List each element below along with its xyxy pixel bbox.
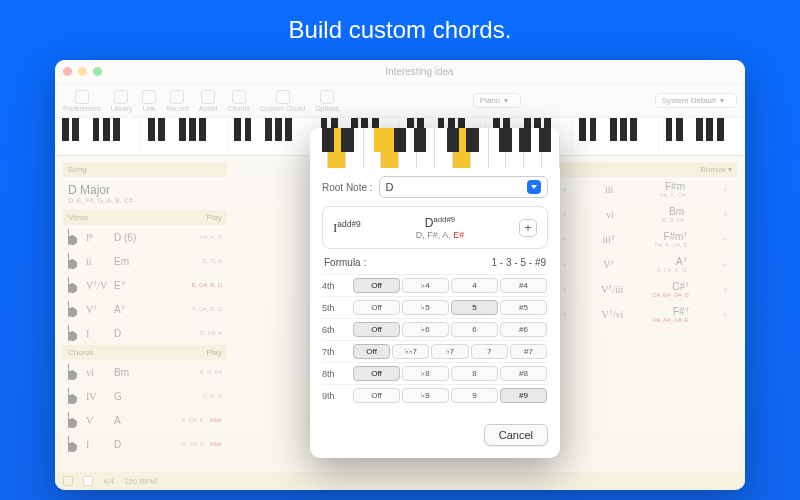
interval-option[interactable]: ♭9 [402,388,449,403]
add-chord-button[interactable]: + [519,219,537,237]
interval-segmented[interactable]: Off♭44#4 [352,278,548,293]
chord-notes: A, C#, E, G [192,306,222,312]
chord-row[interactable]: I D D, F#, A [63,321,227,345]
custom-chord-modal: Root Note : D Iadd#9 Dadd#9 D, F#, A, E#… [310,128,560,458]
note-icon [68,436,80,452]
add-icon[interactable]: + [718,285,732,295]
chord-row[interactable]: V⁷ A⁷ A, C#, E, G [63,297,227,321]
interval-option[interactable]: 9 [451,388,498,403]
interval-option[interactable]: 7 [471,344,508,359]
play-button[interactable] [83,476,93,486]
song-header: Song [63,162,227,177]
suggestion-row[interactable]: + iii F#m F#, A, C# + [553,177,737,202]
add-icon[interactable]: + [558,285,572,295]
add-icon[interactable]: + [718,235,732,245]
interval-option[interactable]: ♭6 [402,322,449,337]
add-icon[interactable]: + [718,185,732,195]
interval-option[interactable]: #7 [510,344,547,359]
alter-badge[interactable]: Alter [210,417,222,423]
interval-label: 4th [322,281,352,291]
tempo[interactable]: 120 BPM [124,477,157,486]
chord-row[interactable]: I⁶ D (6) F#, A, D [63,225,227,249]
suggestion-row[interactable]: + V⁷/vi F#⁷ F#, A#, C#, E + [553,302,737,327]
interval-option[interactable]: ♭5 [402,300,449,315]
interval-option[interactable]: 5 [451,300,498,315]
chorus-header: ChorusPlay [63,345,227,360]
toolbar-custom-chord[interactable]: Custom Chord [260,90,305,112]
toolbar-assist[interactable]: Assist [199,90,218,112]
note-icon [68,229,80,245]
add-icon[interactable]: + [558,210,572,220]
chord-row[interactable]: IV G G, B, D [63,384,227,408]
interval-option[interactable]: 4 [451,278,498,293]
modal-piano[interactable] [310,128,560,168]
interval-label: 7th [322,347,352,357]
chord-row[interactable]: I D D, F#, A Alter [63,432,227,456]
interval-option[interactable]: 8 [451,366,498,381]
chord-label: D [114,439,176,450]
interval-option[interactable]: #6 [500,322,547,337]
close-icon[interactable] [63,67,72,76]
chord-row[interactable]: ii Em E, G, B [63,249,227,273]
add-icon[interactable]: + [558,260,572,270]
chord-notes: A, C#, E [181,417,203,423]
toolbar-preferences[interactable]: Preferences [63,90,101,112]
suggestion-row[interactable]: + V⁷/iii C#⁷ C#, E#, G#, B + [553,277,737,302]
add-icon[interactable]: + [558,310,572,320]
toolbar-record[interactable]: Record [166,90,189,112]
cancel-button[interactable]: Cancel [484,424,548,446]
zoom-icon[interactable] [93,67,102,76]
add-icon[interactable]: + [558,235,572,245]
interval-option[interactable]: ♭4 [402,278,449,293]
root-note-select[interactable]: D [379,176,548,198]
suggestion-row[interactable]: + iii⁷ F#m⁷ F#, A, C#, E + [553,227,737,252]
interval-segmented[interactable]: Off♭55#5 [352,300,548,315]
instrument-select[interactable]: Piano▾ [473,93,521,108]
transport-bar: 4/4 120 BPM [55,472,745,490]
interval-option[interactable]: Off [353,278,400,293]
interval-option[interactable]: Off [353,366,400,381]
chord-label: C#⁷ [672,281,689,292]
interval-option[interactable]: Off [353,388,400,403]
interval-option[interactable]: #4 [500,278,547,293]
roman-numeral: V [86,415,108,426]
time-signature[interactable]: 4/4 [103,477,114,486]
interval-option[interactable]: Off [353,344,390,359]
interval-option[interactable]: #8 [500,366,547,381]
rewind-button[interactable] [63,476,73,486]
interval-option[interactable]: ♭8 [402,366,449,381]
interval-option[interactable]: ♭♭7 [392,344,429,359]
interval-option[interactable]: Off [353,322,400,337]
interval-segmented[interactable]: Off♭♭7♭77#7 [352,344,548,359]
chord-row[interactable]: V⁷/V E⁷ E, G#, B, D [63,273,227,297]
suggestion-row[interactable]: + vi Bm B, D, F# + [553,202,737,227]
interval-option[interactable]: #9 [500,388,547,403]
roman-numeral: vi [606,209,628,220]
add-icon[interactable]: + [718,210,732,220]
add-icon[interactable]: + [558,185,572,195]
chord-row[interactable]: vi Bm B, D, F# [63,360,227,384]
audio-output-select[interactable]: System Default▾ [655,93,737,108]
suggestion-row[interactable]: + V⁷ A⁷ A, C#, E, G + [553,252,737,277]
chord-label: D [114,328,194,339]
chord-label: G [114,391,196,402]
interval-option[interactable]: #5 [500,300,547,315]
toolbar-chords[interactable]: Chords [227,90,250,112]
add-icon[interactable]: + [718,260,732,270]
interval-option[interactable]: 6 [451,322,498,337]
alter-badge[interactable]: Alter [210,441,222,447]
chord-row[interactable]: V A A, C#, E Alter [63,408,227,432]
interval-segmented[interactable]: Off♭99#9 [352,388,548,403]
minimize-icon[interactable] [78,67,87,76]
add-icon[interactable]: + [718,310,732,320]
interval-segmented[interactable]: Off♭88#8 [352,366,548,381]
note-icon [68,412,80,428]
chord-notes: F#, A, C#, E [655,242,687,248]
toolbar-link[interactable]: Link [142,90,156,112]
interval-option[interactable]: ♭7 [431,344,468,359]
toolbar-library[interactable]: Library [111,90,132,112]
interval-option[interactable]: Off [353,300,400,315]
interval-segmented[interactable]: Off♭66#6 [352,322,548,337]
toolbar-options[interactable]: Options [315,90,339,112]
interval-grid: 4thOff♭44#45thOff♭55#56thOff♭66#67thOff♭… [322,274,548,406]
